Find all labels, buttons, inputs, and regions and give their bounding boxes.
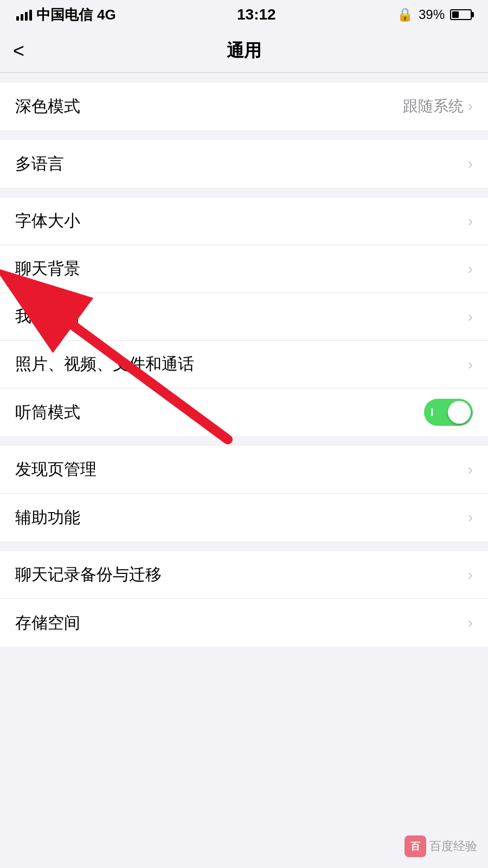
language-right: › [468,155,473,173]
time-display: 13:12 [237,6,276,23]
carrier-label: 中国电信 [36,5,93,24]
signal-bar-1 [16,16,19,21]
language-chevron: › [468,155,473,173]
storage-item[interactable]: 存储空间 › [0,599,488,647]
chat-backup-chevron: › [468,566,473,584]
chat-backup-label: 聊天记录备份与迁移 [15,564,162,586]
accessibility-right: › [468,509,473,526]
dark-mode-chevron: › [468,98,473,115]
section-gap-bottom [0,647,488,656]
watermark: 百 百度经验 [404,835,477,857]
language-item[interactable]: 多语言 › [0,140,488,188]
photos-videos-chevron: › [468,356,473,373]
discover-mgmt-chevron: › [468,461,473,478]
dark-mode-item[interactable]: 深色模式 跟随系统 › [0,82,488,130]
section-discover: 发现页管理 › 辅助功能 › [0,446,488,541]
storage-right: › [468,614,473,631]
my-emojis-chevron: › [468,308,473,326]
section-gap-3 [0,188,488,197]
status-bar: 中国电信 4G 13:12 🔒 39% [0,0,488,29]
earpiece-mode-item[interactable]: 听筒模式 I [0,388,488,436]
signal-bar-3 [25,12,28,21]
chat-backup-item[interactable]: 聊天记录备份与迁移 › [0,551,488,599]
section-dark-mode: 深色模式 跟随系统 › [0,82,488,130]
chat-bg-chevron: › [468,260,473,278]
battery-percent: 39% [419,7,445,22]
earpiece-mode-right: I [424,399,473,426]
page-wrapper: 中国电信 4G 13:12 🔒 39% < 通用 深色模式 跟随系统 › [0,0,488,868]
section-main: 字体大小 › 聊天背景 › 我的表情 › 照片、视频、文件和通话 › 听筒模式 [0,197,488,436]
font-size-chevron: › [468,213,473,230]
accessibility-item[interactable]: 辅助功能 › [0,494,488,541]
accessibility-label: 辅助功能 [15,507,80,529]
chat-bg-label: 聊天背景 [15,258,80,280]
font-size-item[interactable]: 字体大小 › [0,197,488,245]
language-label: 多语言 [15,153,64,175]
chat-backup-right: › [468,566,473,584]
section-backup: 聊天记录备份与迁移 › 存储空间 › [0,551,488,647]
watermark-text: 百度经验 [429,838,477,854]
section-gap-5 [0,541,488,551]
section-gap-1 [0,73,488,82]
photos-videos-item[interactable]: 照片、视频、文件和通话 › [0,341,488,388]
nav-bar: < 通用 [0,29,488,73]
signal-bar-4 [29,10,32,21]
status-right: 🔒 39% [397,7,472,22]
network-label: 4G [97,7,116,23]
photos-videos-right: › [468,356,473,373]
status-left: 中国电信 4G [16,5,116,24]
dark-mode-label: 深色模式 [15,95,80,118]
earpiece-mode-label: 听筒模式 [15,401,80,424]
my-emojis-right: › [468,308,473,326]
storage-chevron: › [468,614,473,631]
watermark-logo: 百 [404,835,426,857]
chat-bg-item[interactable]: 聊天背景 › [0,245,488,293]
dark-mode-right: 跟随系统 › [403,96,473,117]
back-button[interactable]: < [13,40,24,62]
signal-bars [16,9,32,21]
dark-mode-value: 跟随系统 [403,96,464,117]
lock-icon: 🔒 [397,7,413,22]
chat-bg-right: › [468,260,473,278]
discover-mgmt-label: 发现页管理 [15,458,97,481]
signal-bar-2 [21,14,23,21]
toggle-on-label: I [431,406,434,419]
my-emojis-item[interactable]: 我的表情 › [0,293,488,341]
my-emojis-label: 我的表情 [15,305,80,328]
font-size-right: › [468,213,473,230]
accessibility-chevron: › [468,509,473,526]
section-gap-2 [0,130,488,140]
section-language: 多语言 › [0,140,488,188]
storage-label: 存储空间 [15,612,80,634]
photos-videos-label: 照片、视频、文件和通话 [15,353,194,375]
discover-mgmt-right: › [468,461,473,478]
font-size-label: 字体大小 [15,210,80,232]
discover-mgmt-item[interactable]: 发现页管理 › [0,446,488,494]
section-gap-4 [0,436,488,446]
battery-icon [450,9,472,20]
toggle-knob [448,401,471,424]
page-title: 通用 [227,39,261,63]
earpiece-toggle[interactable]: I [424,399,473,426]
